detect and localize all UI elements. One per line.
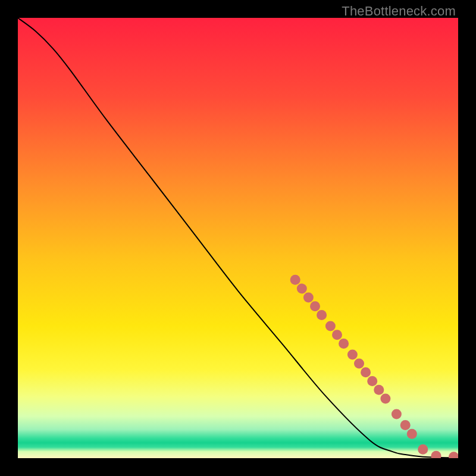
data-marker xyxy=(354,358,364,368)
data-marker xyxy=(297,284,307,294)
data-marker xyxy=(374,385,384,395)
watermark-text: TheBottleneck.com xyxy=(342,4,456,19)
data-marker xyxy=(310,301,320,311)
data-marker xyxy=(392,409,402,419)
data-marker xyxy=(361,367,371,377)
data-marker xyxy=(317,310,327,320)
data-marker xyxy=(347,350,358,360)
data-marker xyxy=(407,429,417,439)
data-marker xyxy=(332,330,342,340)
data-marker xyxy=(400,420,411,430)
bottleneck-chart xyxy=(18,18,458,458)
data-marker xyxy=(303,292,314,302)
data-marker xyxy=(339,339,349,349)
data-marker xyxy=(290,275,300,285)
data-marker xyxy=(380,394,390,404)
data-marker xyxy=(367,376,377,386)
data-marker xyxy=(325,321,336,331)
data-marker xyxy=(418,444,428,455)
chart-frame xyxy=(18,18,458,458)
gradient-background xyxy=(18,18,458,458)
